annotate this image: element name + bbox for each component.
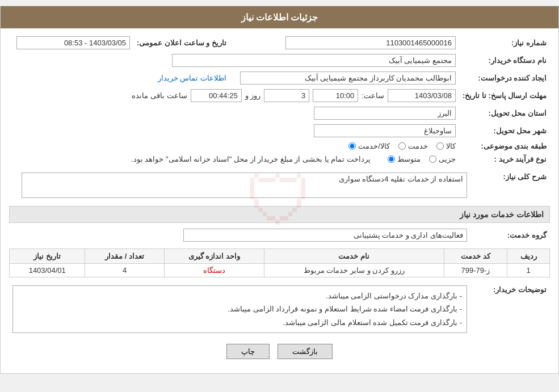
print-button[interactable]: چاپ	[226, 344, 270, 359]
shahr-value: ساوجبلاغ	[314, 124, 456, 137]
tarikh-saat-value: 1403/03/05 - 08:53	[16, 36, 130, 49]
noe-farayand-radio-group: جزیی متوسط پرداخت تمام یا بخشی از مبلغ خ…	[131, 155, 456, 163]
radio-khedmat-label: خدمت	[408, 142, 428, 150]
tosih-line-1: - بارگذاری مدارک درخواستی الزامی میباشد.	[18, 289, 462, 302]
radio-jazei-item: جزیی	[429, 155, 456, 163]
noe-farayand-note: پرداخت تمام یا بخشی از مبلغ خریدار از مح…	[131, 155, 371, 163]
button-row: بازگشت چاپ	[9, 344, 550, 359]
col-nam-khedmat: نام خدمت	[264, 249, 444, 264]
table-row: 1 ز-79-799 رزرو کردن و سایر خدمات مربوط …	[10, 264, 550, 277]
tosih-buyer-notes: - بارگذاری مدارک درخواستی الزامی میباشد.…	[12, 285, 467, 333]
page-header: جزئیات اطلاعات نیاز	[1, 6, 558, 28]
grohe-table: گروه خدمت: فعالیت‌های اداری و خدمات پشتی…	[9, 226, 550, 244]
cell-radif: 1	[507, 264, 550, 277]
cell-vahed: دستگاه	[164, 264, 264, 277]
radio-motovasset-label: متوسط	[397, 155, 421, 163]
radio-motovasset-item: متوسط	[388, 155, 421, 163]
sharh-table: شرح کلی نیاز: استفاده از خدمات نقلیه 4دس…	[9, 170, 550, 200]
radio-motovasset[interactable]	[388, 155, 395, 163]
col-tarikh: تاریخ نیاز	[10, 249, 85, 264]
tabaqe-bandi-radio-group: کالا خدمت کالا/خدمت	[348, 142, 456, 150]
col-kod-khedmat: کد خدمت	[444, 249, 507, 264]
tosih-table: توضیحات خریدار: - بارگذاری مدارک درخواست…	[9, 283, 550, 335]
col-vahed: واحد اندازه گیری	[164, 249, 264, 264]
radio-kala-item: کالا	[436, 142, 456, 150]
mohlat-ersalPasokh-label: مهلت ارسال پاسخ: تا تاریخ:	[459, 87, 550, 104]
noe-farayand-label: نوع فرآیند خرید :	[459, 153, 550, 166]
cell-kod-khedmat: ز-79-799	[444, 264, 507, 277]
radio-jazei[interactable]	[429, 155, 436, 163]
col-tedad: تعداد / مقدار	[85, 249, 164, 264]
radio-kala-khedmat-item: کالا/خدمت	[348, 142, 390, 150]
radio-khedmat[interactable]	[398, 142, 406, 150]
tosih-line-3: - بارگذاری فرمت تکمیل شده استعلام مالی ا…	[18, 316, 462, 329]
cell-tedad: 4	[85, 264, 164, 277]
tabaqe-bandi-label: طبقه بندی موضوعی:	[459, 140, 550, 153]
saat-label: ساعت:	[362, 91, 384, 100]
nam-dastgah-label: نام دستگاه خریدار:	[459, 52, 550, 69]
radio-kala-label: کالا	[446, 142, 456, 150]
nam-dastgah-value: مجتمع شیمیایی آبیک	[172, 54, 456, 67]
radio-khedmat-item: خدمت	[398, 142, 428, 150]
ijad-konande-value: ابوطالب محمدیان کاربرداز مجتمع شیمیایی آ…	[240, 71, 456, 85]
page-title: جزئیات اطلاعات نیاز	[241, 12, 318, 22]
shahr-label: شهر محل تحویل:	[459, 122, 550, 140]
section-info-header: اطلاعات خدمات مورد نیاز	[9, 206, 550, 223]
col-radif: ردیف	[507, 249, 550, 264]
shomare-niaz-label: شماره نیاز:	[459, 34, 550, 52]
saat-value: 10:00	[313, 89, 358, 102]
radio-kala[interactable]	[436, 142, 444, 150]
saat-baqi-value: 00:44:25	[191, 89, 242, 102]
radio-kala-khedmat-label: کالا/خدمت	[358, 142, 390, 150]
grohe-khedmat-label: گروه خدمت:	[470, 226, 550, 244]
tosih-line-2: - بارگذاری فرمت امضاء شده شرایط استعلام …	[18, 302, 462, 315]
grohe-khedmat-value: فعالیت‌های اداری و خدمات پشتیبانی	[183, 229, 467, 242]
ostan-value: البرز	[314, 107, 456, 120]
shomare-niaz-value: 1103001465000016	[285, 36, 456, 49]
rooz-label: روز و	[245, 91, 261, 100]
back-button[interactable]: بازگشت	[278, 344, 333, 359]
ettelaat-tamas-link[interactable]: اطلاعات تماس خریدار	[158, 74, 226, 82]
saat-baqi-label: ساعت باقی مانده	[132, 91, 187, 100]
cell-tarikh: 1403/04/01	[10, 264, 85, 277]
ostan-label: استان محل تحویل:	[459, 104, 550, 122]
services-table: ردیف کد خدمت نام خدمت واحد اندازه گیری ت…	[9, 248, 550, 277]
sharh-kolli-value: استفاده از خدمات نقلیه 4دستگاه سواری	[22, 172, 467, 198]
tarikh-saat-label: تاریخ و ساعت اعلان عمومی:	[133, 34, 230, 52]
rooz-value: 3	[264, 89, 309, 102]
tosih-buyer-label: توضیحات خریدار:	[470, 283, 550, 335]
cell-nam-khedmat: رزرو کردن و سایر خدمات مربوط	[264, 264, 444, 277]
main-form-table: شماره نیاز: 1103001465000016 تاریخ و ساع…	[9, 34, 550, 166]
radio-kala-khedmat[interactable]	[348, 142, 356, 150]
date-value: 1403/03/08	[388, 89, 456, 102]
ijad-konande-label: ایجاد کننده درخواست:	[459, 69, 550, 87]
radio-jazei-label: جزیی	[439, 155, 456, 163]
sharh-kolli-label: شرح کلی نیاز:	[470, 170, 550, 200]
